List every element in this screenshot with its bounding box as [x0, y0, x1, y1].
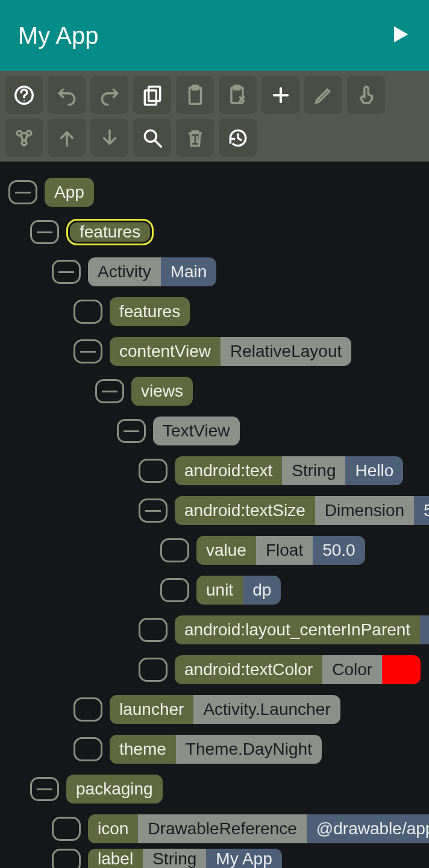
node-value: Hello: [345, 456, 403, 485]
tree-node-label[interactable]: label String My App: [8, 849, 429, 868]
tree-node-contentview[interactable]: contentView RelativeLayout: [8, 332, 429, 371]
workflow-button[interactable]: [5, 119, 43, 157]
node-type: Activity.Launcher: [193, 695, 340, 724]
undo-button[interactable]: [48, 76, 86, 114]
leaf-toggle[interactable]: [52, 849, 81, 868]
node-label: launcher: [110, 695, 193, 724]
tree-node-launcher[interactable]: launcher Activity.Launcher: [8, 690, 429, 729]
collapse-toggle[interactable]: [95, 379, 124, 403]
collapse-toggle[interactable]: [30, 777, 59, 801]
tree-node-app[interactable]: App: [8, 172, 429, 212]
node-label: android:layout_centerInParent: [175, 615, 420, 644]
delete-button[interactable]: [176, 119, 214, 157]
node-label: packaging: [66, 775, 163, 804]
leaf-toggle[interactable]: [52, 817, 81, 841]
toolbar: [0, 71, 429, 162]
tree-node-textcolor[interactable]: android:textColor Color: [8, 650, 429, 690]
node-type: Theme.DayNight: [176, 735, 322, 764]
svg-rect-3: [145, 90, 156, 105]
node-type: Color: [322, 655, 382, 684]
collapse-toggle[interactable]: [52, 260, 81, 284]
node-label: contentView: [110, 337, 221, 366]
paste-button[interactable]: [219, 76, 257, 114]
clipboard-button[interactable]: [176, 76, 214, 114]
node-label: theme: [110, 735, 176, 764]
leaf-toggle[interactable]: [160, 578, 189, 602]
node-label: android:textColor: [175, 655, 322, 684]
redo-button[interactable]: [90, 76, 128, 114]
tree-view: App features Activity Main features cont…: [0, 162, 429, 868]
node-label: icon: [88, 814, 138, 843]
selection-highlight: features: [66, 219, 154, 245]
collapse-toggle[interactable]: [117, 419, 146, 443]
tree-node-textview[interactable]: TextView: [8, 411, 429, 451]
help-button[interactable]: [5, 76, 43, 114]
tree-node-value[interactable]: value Float 50.0: [8, 530, 429, 570]
up-button[interactable]: [48, 119, 86, 157]
history-button[interactable]: [219, 119, 257, 157]
node-type: Float: [256, 536, 313, 565]
node-value: Main: [161, 257, 217, 286]
node-value: My App: [206, 849, 281, 868]
node-value: 50: [414, 496, 429, 525]
node-label: features: [70, 222, 150, 242]
node-type: String: [143, 849, 206, 868]
down-button[interactable]: [90, 119, 128, 157]
leaf-toggle[interactable]: [74, 737, 102, 761]
tree-node-textsize[interactable]: android:textSize Dimension 50: [8, 491, 429, 530]
copy-button[interactable]: [133, 76, 171, 114]
node-label: views: [131, 377, 193, 406]
tree-node-icon[interactable]: icon DrawableReference @drawable/app_i: [8, 809, 429, 849]
node-type: TextView: [153, 417, 240, 445]
touch-button[interactable]: [347, 76, 385, 114]
node-label: android:textSize: [175, 496, 315, 525]
tree-node-activity-main[interactable]: Activity Main: [8, 252, 429, 292]
app-title: My App: [18, 22, 98, 49]
collapse-toggle[interactable]: [74, 339, 102, 363]
svg-point-8: [17, 131, 22, 136]
node-label: label: [88, 849, 143, 868]
tree-node-theme[interactable]: theme Theme.DayNight: [8, 729, 429, 769]
tree-node-features-inner[interactable]: features: [8, 292, 429, 332]
add-button[interactable]: [261, 76, 299, 114]
node-type: String: [282, 456, 345, 485]
node-type: Activity: [88, 257, 161, 286]
node-label: App: [45, 178, 94, 207]
tree-node-features[interactable]: features: [8, 212, 429, 252]
leaf-toggle[interactable]: [139, 658, 168, 682]
leaf-toggle[interactable]: [139, 618, 168, 642]
edit-button[interactable]: [304, 76, 342, 114]
leaf-toggle[interactable]: [74, 697, 102, 722]
leaf-toggle[interactable]: [74, 300, 102, 324]
node-type: RelativeLayout: [221, 337, 351, 366]
node-value: tr: [420, 615, 429, 644]
node-value: @drawable/app_i: [307, 814, 429, 843]
node-type: Dimension: [315, 496, 414, 525]
collapse-toggle[interactable]: [30, 220, 59, 244]
run-button[interactable]: [388, 22, 412, 49]
tree-node-text[interactable]: android:text String Hello: [8, 451, 429, 491]
node-value: 50.0: [313, 536, 365, 565]
tree-node-packaging[interactable]: packaging: [8, 769, 429, 809]
leaf-toggle[interactable]: [160, 538, 189, 562]
node-value: dp: [243, 576, 281, 605]
node-label: value: [196, 536, 256, 565]
svg-point-11: [145, 130, 156, 142]
color-swatch: [382, 655, 421, 684]
node-label: unit: [196, 576, 243, 605]
tree-node-views[interactable]: views: [8, 371, 429, 411]
collapse-toggle[interactable]: [8, 180, 37, 204]
node-type: DrawableReference: [138, 814, 306, 843]
svg-point-9: [26, 131, 31, 136]
tree-node-unit[interactable]: unit dp: [8, 570, 429, 610]
node-label: android:text: [175, 456, 282, 485]
node-label: features: [110, 297, 190, 326]
collapse-toggle[interactable]: [139, 498, 168, 523]
search-button[interactable]: [133, 119, 171, 157]
app-header: My App: [0, 0, 429, 71]
leaf-toggle[interactable]: [139, 459, 168, 483]
tree-node-centerinparent[interactable]: android:layout_centerInParent tr: [8, 610, 429, 650]
svg-point-1: [23, 99, 25, 101]
svg-rect-2: [148, 86, 160, 101]
